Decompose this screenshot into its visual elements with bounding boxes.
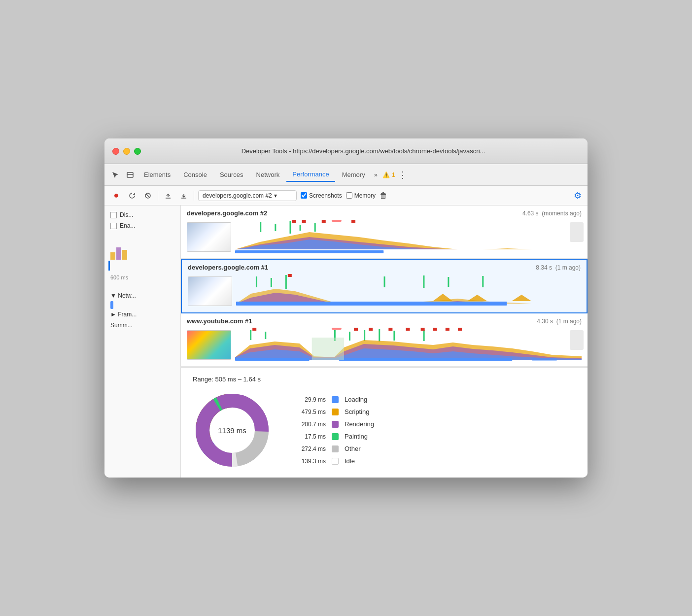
warning-badge[interactable]: ⚠️ 1 <box>382 171 395 178</box>
svg-rect-27 <box>250 330 251 340</box>
screenshot-thumb-3 <box>187 330 231 360</box>
enable-checkbox[interactable] <box>110 223 117 229</box>
tab-performance[interactable]: Performance <box>286 168 335 182</box>
recording-body-2 <box>188 274 581 308</box>
donut-chart: 1139 ms <box>193 391 272 470</box>
idle-value: 139.3 ms <box>291 458 326 465</box>
frames-section-label: ► Fram... <box>110 311 137 318</box>
screenshots-checkbox[interactable] <box>301 192 307 199</box>
recording-title-3: www.youtube.com #1 <box>187 317 252 325</box>
thumb-content-2 <box>188 277 232 306</box>
svg-rect-8 <box>275 224 276 231</box>
enable-label: Ena... <box>120 222 135 229</box>
chevron-down-icon: ▾ <box>274 192 277 199</box>
recording-item-2[interactable]: developers.google.com #1 8.34 s (1 m ago… <box>181 259 588 313</box>
clear-button[interactable]: 🗑 <box>380 191 387 200</box>
scroll-indicator-3 <box>570 330 584 350</box>
reload-record-button[interactable] <box>126 190 138 202</box>
recording-body-3 <box>187 328 582 362</box>
svg-rect-5 <box>116 247 121 260</box>
recording-item-3[interactable]: www.youtube.com #1 4.30 s (1 m ago) <box>181 313 588 367</box>
warning-count: 1 <box>392 171 395 178</box>
mini-chart <box>110 235 160 260</box>
frames-label: ► Fram... <box>104 309 180 320</box>
recordings-panel: developers.google.com #2 4.63 s (moments… <box>181 205 588 367</box>
svg-rect-26 <box>236 302 507 306</box>
enable-checkbox-item[interactable]: Ena... <box>104 220 180 231</box>
upload-button[interactable] <box>162 190 174 202</box>
legend-item-rendering: 200.7 ms Rendering <box>291 420 374 428</box>
record-button[interactable]: ● <box>110 190 122 202</box>
other-name: Other <box>345 445 361 452</box>
recording-header-1: developers.google.com #2 4.63 s (moments… <box>187 209 582 217</box>
stats-area: 1139 ms 29.9 ms Loading 479.5 ms Scripti… <box>193 391 576 470</box>
svg-rect-16 <box>351 220 355 223</box>
chart-area-2 <box>236 274 581 308</box>
rendering-color <box>332 421 339 428</box>
svg-rect-45 <box>235 358 310 361</box>
settings-button[interactable]: ⚙ <box>574 190 582 201</box>
legend-item-scripting: 479.5 ms Scripting <box>291 408 374 415</box>
url-selector-value: developers.google.com #2 <box>203 192 272 199</box>
legend-item-other: 272.4 ms Other <box>291 445 374 452</box>
svg-rect-6 <box>122 250 127 260</box>
svg-line-3 <box>146 194 149 197</box>
url-selector[interactable]: developers.google.com #2 ▾ <box>198 190 297 201</box>
svg-rect-33 <box>393 331 395 341</box>
dock-icon[interactable] <box>123 168 137 182</box>
range-text: Range: 505 ms – 1.64 s <box>193 376 576 383</box>
scripting-value: 479.5 ms <box>291 409 326 415</box>
tab-memory[interactable]: Memory <box>336 168 371 181</box>
recording-meta-1: 4.63 s (moments ago) <box>522 210 582 217</box>
tab-network[interactable]: Network <box>250 168 286 181</box>
recording-title-1: developers.google.com #2 <box>187 209 267 217</box>
tab-sources[interactable]: Sources <box>214 168 249 181</box>
download-button[interactable] <box>178 190 190 202</box>
svg-rect-31 <box>364 330 365 341</box>
maximize-button[interactable] <box>134 148 141 155</box>
svg-rect-19 <box>271 278 272 287</box>
close-button[interactable] <box>112 148 119 155</box>
recording-meta-3: 4.30 s (1 m ago) <box>537 318 582 325</box>
svg-rect-47 <box>532 358 557 361</box>
summary-section-label: Summ... <box>110 322 133 329</box>
tab-elements[interactable]: Elements <box>138 168 176 181</box>
donut-center-label: 1139 ms <box>218 426 246 435</box>
svg-rect-18 <box>256 276 257 287</box>
rendering-value: 200.7 ms <box>291 421 326 428</box>
other-value: 272.4 ms <box>291 445 326 452</box>
more-options-button[interactable]: ⋮ <box>396 170 409 180</box>
screenshots-checkbox-label[interactable]: Screenshots <box>301 192 342 199</box>
time-indicator <box>108 261 110 271</box>
svg-rect-12 <box>292 220 296 223</box>
loading-value: 29.9 ms <box>291 396 326 403</box>
summary-label[interactable]: Summ... <box>104 320 180 331</box>
recording-meta-2: 8.34 s (1 m ago) <box>536 264 581 271</box>
stop-button[interactable] <box>142 190 154 202</box>
svg-rect-44 <box>458 328 462 331</box>
painting-color <box>332 433 339 440</box>
recording-item-1[interactable]: developers.google.com #2 4.63 s (moments… <box>181 205 588 259</box>
svg-rect-46 <box>339 358 513 361</box>
recording-header-3: www.youtube.com #1 4.30 s (1 m ago) <box>187 317 582 325</box>
chart-svg-1 <box>235 220 582 254</box>
traffic-lights <box>112 148 141 155</box>
svg-rect-37 <box>354 328 358 331</box>
svg-rect-41 <box>421 328 425 331</box>
memory-checkbox-label[interactable]: Memory <box>346 192 376 199</box>
tabs-overflow-button[interactable]: » <box>372 171 380 178</box>
disable-checkbox[interactable] <box>110 212 117 218</box>
svg-rect-20 <box>285 275 287 289</box>
chart-area-3 <box>235 328 582 362</box>
left-panel: Dis... Ena... 600 ms ▼ Netw... ► Fra <box>104 205 181 478</box>
minimize-button[interactable] <box>123 148 130 155</box>
disable-checkbox-item[interactable]: Dis... <box>104 209 180 220</box>
cursor-icon[interactable] <box>108 168 122 182</box>
tab-console[interactable]: Console <box>177 168 213 181</box>
svg-rect-32 <box>379 329 380 342</box>
svg-rect-14 <box>322 220 326 223</box>
legend-item-painting: 17.5 ms Painting <box>291 433 374 440</box>
rendering-name: Rendering <box>345 420 374 428</box>
memory-checkbox[interactable] <box>346 192 352 199</box>
svg-rect-36 <box>332 328 342 330</box>
